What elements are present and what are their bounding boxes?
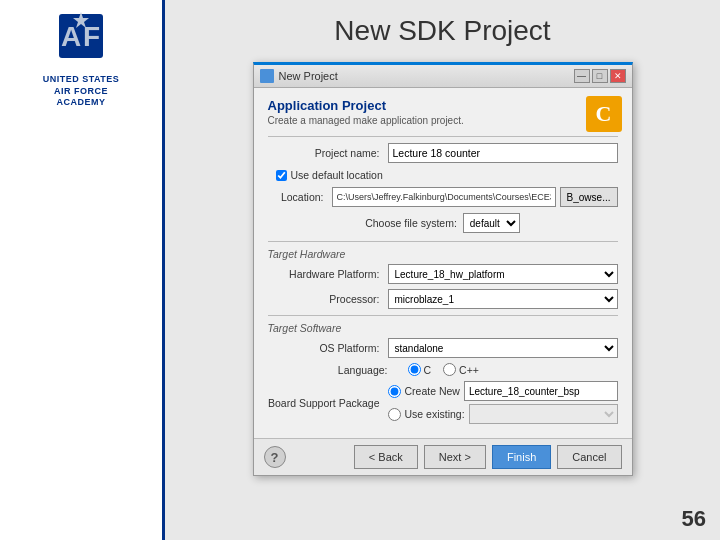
bsp-row: Board Support Package Create New Use exi… (268, 381, 618, 424)
section-desc: Create a managed make application projec… (268, 115, 618, 126)
page-number: 56 (682, 506, 706, 532)
use-default-checkbox[interactable] (276, 170, 287, 181)
processor-label: Processor: (268, 293, 388, 305)
use-default-row: Use default location (268, 169, 618, 181)
bsp-label: Board Support Package (268, 397, 388, 409)
os-platform-row: OS Platform: standalone (268, 338, 618, 358)
close-button[interactable]: ✕ (610, 69, 626, 83)
footer-left: ? (264, 446, 286, 468)
bsp-create-new-radio[interactable] (388, 385, 401, 398)
bsp-create-new-label: Create New (405, 385, 460, 397)
dialog-title-text: New Project (279, 70, 338, 82)
next-button[interactable]: Next > (424, 445, 486, 469)
section-divider-3 (268, 315, 618, 316)
bsp-options: Create New Use existing: (388, 381, 618, 424)
logo-text: UNITED STATES AIR FORCE ACADEMY (43, 74, 120, 109)
c-language-icon: C (586, 96, 622, 132)
fs-row: Choose file system: default (268, 213, 618, 233)
new-project-dialog: New Project — □ ✕ C Application Project … (253, 62, 633, 476)
lang-c-option[interactable]: C (408, 363, 432, 376)
finish-button[interactable]: Finish (492, 445, 551, 469)
browse-button[interactable]: B_owse... (560, 187, 618, 207)
os-platform-select[interactable]: standalone (388, 338, 618, 358)
location-input[interactable] (332, 187, 556, 207)
language-row: Language: C C++ (268, 363, 618, 376)
project-name-row: Project name: (268, 143, 618, 163)
fs-select[interactable]: default (463, 213, 520, 233)
right-panel: New SDK Project New Project — □ ✕ C Appl… (165, 0, 720, 540)
os-platform-label: OS Platform: (268, 342, 388, 354)
dialog-body: C Application Project Create a managed m… (254, 88, 632, 438)
hw-platform-row: Hardware Platform: Lecture_18_hw_platfor… (268, 264, 618, 284)
dialog-titlebar: New Project — □ ✕ (254, 65, 632, 88)
maximize-button[interactable]: □ (592, 69, 608, 83)
target-hw-label: Target Hardware (268, 248, 618, 260)
fs-label: Choose file system: (365, 217, 457, 229)
lang-cpp-label: C++ (459, 364, 479, 376)
c-logo-letter: C (586, 96, 622, 132)
location-label: Location: (268, 191, 328, 203)
processor-select[interactable]: microblaze_1 (388, 289, 618, 309)
lang-cpp-option[interactable]: C++ (443, 363, 479, 376)
section-header: Application Project (268, 98, 618, 113)
dialog-footer: ? < Back Next > Finish Cancel (254, 438, 632, 475)
hw-platform-select[interactable]: Lecture_18_hw_platform (388, 264, 618, 284)
project-name-label: Project name: (268, 147, 388, 159)
bsp-new-name-input[interactable] (464, 381, 618, 401)
language-label: Language: (276, 364, 396, 376)
back-button[interactable]: < Back (354, 445, 418, 469)
bsp-create-new-item: Create New (388, 381, 618, 401)
cancel-button[interactable]: Cancel (557, 445, 621, 469)
minimize-button[interactable]: — (574, 69, 590, 83)
svg-text:F: F (83, 21, 100, 52)
help-button[interactable]: ? (264, 446, 286, 468)
dialog-title-icon (260, 69, 274, 83)
target-sw-label: Target Software (268, 322, 618, 334)
footer-right: < Back Next > Finish Cancel (354, 445, 622, 469)
lang-c-radio[interactable] (408, 363, 421, 376)
bsp-use-existing-radio[interactable] (388, 408, 401, 421)
lang-c-label: C (424, 364, 432, 376)
project-name-input[interactable] (388, 143, 618, 163)
section-divider-1 (268, 136, 618, 137)
dialog-title-left: New Project (260, 69, 338, 83)
hw-platform-label: Hardware Platform: (268, 268, 388, 280)
lang-cpp-radio[interactable] (443, 363, 456, 376)
bsp-use-existing-item: Use existing: (388, 404, 618, 424)
bsp-existing-select[interactable] (469, 404, 618, 424)
processor-row: Processor: microblaze_1 (268, 289, 618, 309)
location-row: Location: B_owse... (268, 187, 618, 207)
section-divider-2 (268, 241, 618, 242)
page-title: New SDK Project (185, 15, 700, 47)
left-panel: A F UNITED STATES AIR FORCE ACADEMY (0, 0, 165, 540)
af-logo-icon: A F (51, 10, 111, 70)
bsp-use-existing-label: Use existing: (405, 408, 465, 420)
use-default-label: Use default location (291, 169, 383, 181)
dialog-controls: — □ ✕ (574, 69, 626, 83)
